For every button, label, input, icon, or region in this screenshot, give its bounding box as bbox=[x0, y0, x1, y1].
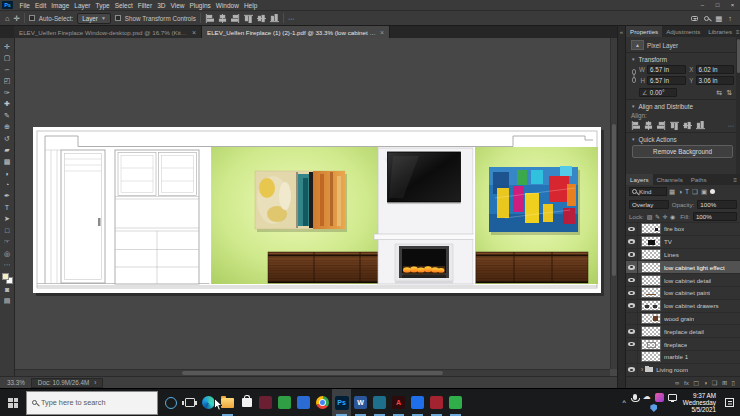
layer-thumbnail[interactable] bbox=[641, 313, 661, 324]
tab-layers[interactable]: Layers bbox=[626, 174, 653, 185]
y-field[interactable]: 3.06 in bbox=[696, 76, 735, 85]
layer-row[interactable]: fireplace bbox=[626, 338, 740, 351]
task-view-button[interactable] bbox=[180, 389, 199, 416]
show-hidden-icons-button[interactable]: ^ bbox=[623, 399, 626, 406]
move-tool-option-icon[interactable]: ✛ bbox=[14, 14, 20, 23]
remove-background-button[interactable]: Remove Background bbox=[632, 145, 733, 158]
align-section-header[interactable]: ▼Align and Distribute bbox=[631, 103, 734, 110]
action-center-icon[interactable] bbox=[725, 398, 734, 407]
taskbar-search[interactable] bbox=[26, 391, 158, 415]
align-right-icon[interactable] bbox=[231, 14, 240, 23]
move-tool-icon[interactable]: ✛ bbox=[0, 41, 14, 53]
file-explorer-button[interactable] bbox=[218, 389, 237, 416]
auto-select-dropdown[interactable]: Layer▼ bbox=[77, 13, 111, 24]
layer-row[interactable]: Lines bbox=[626, 249, 740, 262]
x-field[interactable]: 6.02 in bbox=[696, 65, 735, 74]
delete-layer-icon[interactable]: ▯ bbox=[732, 379, 735, 386]
pen-tool-icon[interactable]: ✒ bbox=[0, 191, 14, 203]
properties-scrollbar[interactable] bbox=[736, 37, 740, 174]
menu-item[interactable]: Window bbox=[213, 2, 241, 9]
app-button[interactable] bbox=[294, 389, 313, 416]
eyedropper-tool-icon[interactable]: ✑ bbox=[0, 87, 14, 99]
lasso-tool-icon[interactable]: ∽ bbox=[0, 64, 14, 76]
height-field[interactable]: 6.57 in bbox=[647, 76, 686, 85]
minimize-button[interactable]: – bbox=[695, 0, 710, 10]
document-canvas[interactable] bbox=[15, 38, 617, 376]
start-button[interactable] bbox=[0, 389, 26, 416]
filter-toggle-icon[interactable] bbox=[710, 189, 715, 194]
collapse-panels-icon[interactable]: « bbox=[620, 29, 623, 35]
menu-item[interactable]: Plugins bbox=[187, 2, 213, 9]
network-icon[interactable] bbox=[668, 394, 677, 401]
align-left-icon[interactable] bbox=[205, 14, 214, 23]
menu-item[interactable]: Layer bbox=[72, 2, 93, 9]
healing-brush-tool-icon[interactable]: ✚ bbox=[0, 99, 14, 111]
quick-actions-header[interactable]: ▼Quick Actions bbox=[631, 136, 734, 143]
transform-section-header[interactable]: ▼Transform bbox=[631, 56, 734, 63]
gradient-tool-icon[interactable]: ▩ bbox=[0, 156, 14, 168]
layer-thumbnail[interactable] bbox=[641, 351, 661, 362]
flip-vertical-icon[interactable]: ⇅ bbox=[726, 89, 732, 97]
more-tools-icon[interactable]: ⋯ bbox=[0, 260, 14, 272]
hand-tool-icon[interactable]: ☞ bbox=[0, 237, 14, 249]
lock-pixels-icon[interactable]: ✎ bbox=[655, 213, 660, 220]
menu-item[interactable]: Image bbox=[49, 2, 72, 9]
brush-tool-icon[interactable]: ✎ bbox=[0, 110, 14, 122]
close-tab-icon[interactable]: × bbox=[192, 29, 196, 36]
tab-libraries[interactable]: Libraries bbox=[704, 26, 736, 37]
layer-thumbnail[interactable] bbox=[641, 287, 661, 298]
width-field[interactable]: 6.57 in bbox=[647, 65, 686, 74]
app-button[interactable] bbox=[275, 389, 294, 416]
eraser-tool-icon[interactable]: ▰ bbox=[0, 145, 14, 157]
menu-item[interactable]: View bbox=[168, 2, 187, 9]
layer-row[interactable]: fire box bbox=[626, 223, 740, 236]
close-button[interactable]: × bbox=[725, 0, 740, 10]
adjustment-filter-icon[interactable]: ◑ bbox=[678, 188, 682, 195]
layer-thumbnail[interactable] bbox=[641, 275, 661, 286]
layer-thumbnail[interactable] bbox=[641, 300, 661, 311]
type-tool-icon[interactable]: T bbox=[0, 202, 14, 214]
vertical-scrollbar[interactable] bbox=[610, 38, 617, 369]
document-tab-active[interactable]: ELEV_Uelfen Fireplace (1) (2)-1.pdf @ 33… bbox=[202, 26, 390, 38]
document-tab-inactive[interactable]: ELEV_Uelfen Fireplace Window-desktop.psd… bbox=[14, 26, 202, 38]
photoshop-button[interactable]: Ps bbox=[332, 389, 351, 416]
link-dimensions-icon[interactable] bbox=[631, 65, 637, 87]
align-right-icon[interactable] bbox=[657, 121, 666, 130]
status-menu-icon[interactable]: › bbox=[94, 379, 96, 386]
close-tab-icon[interactable]: × bbox=[380, 29, 384, 36]
auto-select-checkbox[interactable] bbox=[29, 15, 35, 21]
align-center-h-icon[interactable] bbox=[644, 121, 653, 130]
blend-mode-dropdown[interactable]: Overlay bbox=[629, 200, 669, 209]
new-group-icon[interactable]: ❏ bbox=[712, 379, 718, 386]
rotation-field[interactable]: ∠ 0.00° bbox=[639, 88, 677, 97]
app-button[interactable] bbox=[446, 389, 465, 416]
app-button[interactable] bbox=[256, 389, 275, 416]
lock-position-icon[interactable]: ✛ bbox=[663, 213, 668, 220]
home-icon[interactable]: ⌂ bbox=[5, 14, 10, 23]
layer-group-row[interactable]: › Living room bbox=[626, 364, 740, 376]
share-icon[interactable]: ↑ bbox=[728, 14, 732, 23]
cortana-button[interactable] bbox=[161, 389, 180, 416]
align-more-icon[interactable]: ⋯ bbox=[728, 122, 734, 129]
menu-item[interactable]: 3D bbox=[155, 2, 168, 9]
marquee-tool-icon[interactable]: ▢ bbox=[0, 53, 14, 65]
filter-kind-dropdown[interactable]: Kind bbox=[629, 187, 667, 196]
chrome-button[interactable] bbox=[313, 389, 332, 416]
align-middle-icon[interactable] bbox=[683, 121, 692, 130]
align-left-icon[interactable] bbox=[631, 121, 640, 130]
tab-adjustments[interactable]: Adjustments bbox=[662, 26, 704, 37]
new-layer-icon[interactable]: ⊞ bbox=[722, 379, 727, 386]
shape-filter-icon[interactable]: ❏ bbox=[692, 188, 698, 196]
type-filter-icon[interactable]: T bbox=[685, 188, 689, 195]
menu-item[interactable]: File bbox=[17, 2, 32, 9]
horizontal-scrollbar[interactable] bbox=[15, 369, 610, 376]
foreground-color-swatch[interactable] bbox=[2, 273, 9, 280]
layer-row[interactable]: TV bbox=[626, 236, 740, 249]
word-button[interactable]: W bbox=[351, 389, 370, 416]
document-size[interactable]: Doc: 10.9M/26.4M › bbox=[31, 378, 104, 388]
tray-app-icon[interactable] bbox=[655, 393, 664, 402]
layer-thumbnail[interactable] bbox=[641, 249, 661, 260]
store-button[interactable] bbox=[237, 389, 256, 416]
search-icon[interactable] bbox=[704, 16, 709, 21]
search-input[interactable] bbox=[41, 398, 141, 407]
